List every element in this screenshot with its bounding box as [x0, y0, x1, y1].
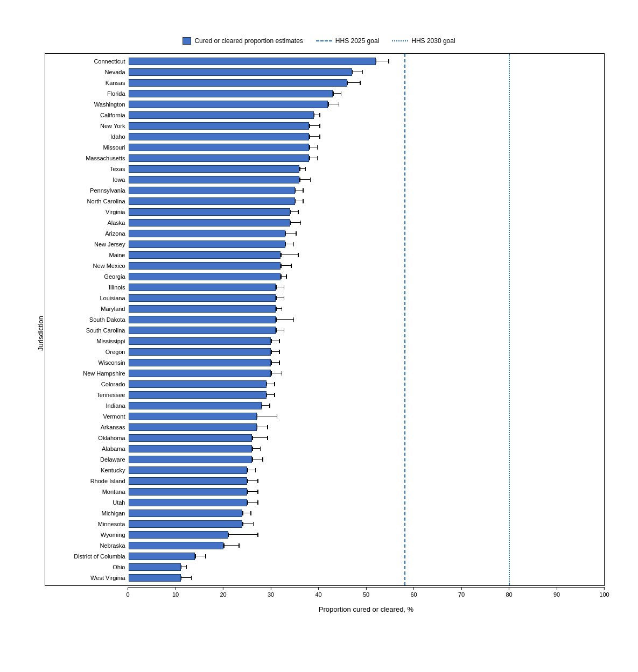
table-row: Arizona: [45, 228, 604, 238]
bar-label: Maryland: [45, 306, 129, 312]
bar-track: [129, 101, 604, 108]
bar-track: [129, 251, 604, 259]
bar-fill: [129, 391, 267, 399]
table-row: New Hampshire: [45, 368, 604, 378]
x-tick-label: 10: [172, 591, 179, 598]
error-bar: [328, 102, 339, 107]
bar-track: [129, 563, 604, 571]
bar-track: [129, 520, 604, 528]
error-bar: [295, 199, 304, 203]
error-bar: [309, 124, 320, 128]
table-row: Delaware: [45, 454, 604, 464]
table-row: Minnesota: [45, 519, 604, 529]
bar-label: Delaware: [45, 456, 129, 463]
bar-label: Nebraska: [45, 542, 129, 549]
x-tick: 70: [458, 588, 465, 598]
bar-fill: [129, 520, 243, 528]
x-tick: 90: [553, 588, 560, 598]
bar-fill: [129, 370, 271, 377]
bar-fill: [129, 499, 248, 506]
legend-dashed-item: HHS 2025 goal: [316, 37, 379, 45]
error-bar: [285, 242, 294, 246]
bar-label: California: [45, 112, 129, 118]
bar-label: Michigan: [45, 510, 129, 517]
bar-label: Texas: [45, 166, 129, 172]
legend-bar-box: [183, 37, 191, 45]
bar-label: Georgia: [45, 273, 129, 280]
bar-label: Virginia: [45, 209, 129, 215]
bar-track: [129, 284, 604, 291]
bar-label: North Carolina: [45, 198, 129, 204]
table-row: Texas: [45, 164, 604, 174]
table-row: Vermont: [45, 411, 604, 421]
bar-fill: [129, 230, 285, 237]
bar-fill: [129, 402, 262, 409]
table-row: North Carolina: [45, 196, 604, 206]
x-tick: 10: [172, 588, 179, 598]
error-bar: [299, 167, 306, 171]
error-bar: [271, 350, 279, 354]
chart-container: Cured or cleared proportion estimates HH…: [23, 26, 615, 646]
bar-track: [129, 273, 604, 280]
error-bar: [295, 188, 304, 193]
table-row: Washington: [45, 99, 604, 109]
error-bar: [276, 328, 284, 333]
bar-track: [129, 466, 604, 474]
bar-fill: [129, 477, 248, 485]
table-row: Indiana: [45, 400, 604, 411]
error-bar: [309, 145, 318, 150]
error-bar: [285, 231, 297, 236]
table-row: Rhode Island: [45, 476, 604, 486]
x-tick-label: 50: [363, 591, 369, 598]
bar-label: District of Columbia: [45, 553, 129, 560]
bar-label: Washington: [45, 101, 129, 108]
table-row: Wisconsin: [45, 357, 604, 367]
error-bar: [276, 307, 282, 311]
error-bar: [257, 414, 277, 419]
legend-dotted-line: [392, 40, 408, 41]
bar-track: [129, 423, 604, 431]
bar-track: [129, 230, 604, 237]
x-tick: 50: [363, 588, 369, 598]
bar-fill: [129, 101, 328, 108]
bar-fill: [129, 187, 295, 194]
error-bar: [181, 565, 187, 569]
error-bar: [247, 500, 258, 505]
bar-label: Arizona: [45, 230, 129, 237]
legend-dotted-label: HHS 2030 goal: [411, 37, 455, 45]
bar-track: [129, 348, 604, 356]
bar-fill: [129, 413, 257, 420]
table-row: Connecticut: [45, 56, 604, 66]
table-row: Alaska: [45, 217, 604, 228]
bar-track: [129, 79, 604, 87]
table-row: Idaho: [45, 131, 604, 142]
error-bar: [252, 457, 263, 462]
table-row: Utah: [45, 497, 604, 507]
error-bar: [281, 264, 292, 268]
bar-fill: [129, 144, 310, 151]
legend-bar-item: Cured or cleared proportion estimates: [183, 37, 303, 45]
bar-fill: [129, 553, 195, 560]
x-tick: 60: [410, 588, 417, 598]
bar-label: Minnesota: [45, 521, 129, 527]
bar-track: [129, 262, 604, 270]
bar-fill: [129, 122, 310, 130]
bar-fill: [129, 445, 253, 452]
table-row: New Jersey: [45, 239, 604, 249]
table-row: Louisiana: [45, 293, 604, 303]
bar-track: [129, 240, 604, 248]
bar-fill: [129, 466, 248, 474]
bar-track: [129, 144, 604, 151]
error-bar: [352, 70, 363, 74]
bar-track: [129, 165, 604, 173]
bar-label: New Jersey: [45, 241, 129, 247]
bar-track: [129, 337, 604, 345]
table-row: Nevada: [45, 67, 604, 77]
table-row: California: [45, 110, 604, 120]
error-bar: [223, 543, 239, 548]
x-tick-label: 20: [220, 591, 226, 598]
bar-label: Tennessee: [45, 392, 129, 398]
bar-track: [129, 176, 604, 183]
bar-fill: [129, 197, 295, 205]
x-axis: 0102030405060708090100: [128, 587, 605, 602]
